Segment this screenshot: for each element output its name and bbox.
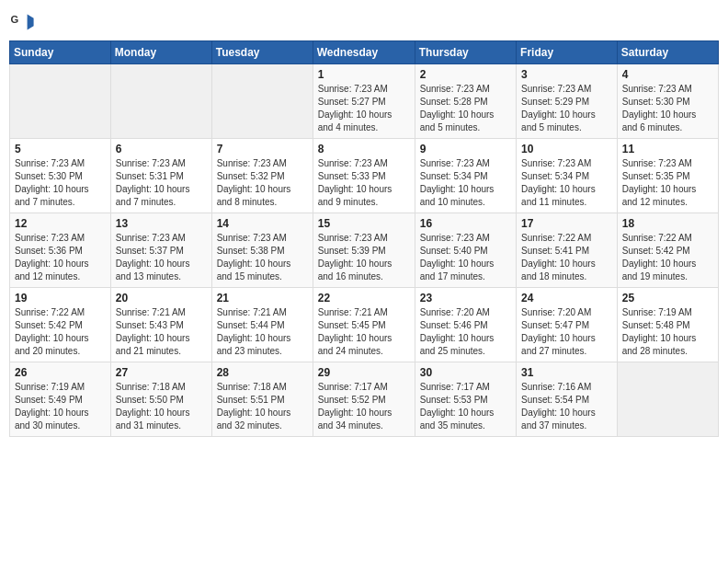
calendar-day-cell: 14Sunrise: 7:23 AM Sunset: 5:38 PM Dayli… bbox=[211, 213, 313, 288]
day-number: 11 bbox=[622, 143, 713, 155]
day-info: Sunrise: 7:18 AM Sunset: 5:51 PM Dayligh… bbox=[217, 381, 308, 432]
calendar-day-cell: 8Sunrise: 7:23 AM Sunset: 5:33 PM Daylig… bbox=[313, 139, 415, 213]
calendar-day-cell: 31Sunrise: 7:16 AM Sunset: 5:54 PM Dayli… bbox=[517, 362, 618, 437]
calendar-day-cell: 18Sunrise: 7:22 AM Sunset: 5:42 PM Dayli… bbox=[617, 213, 718, 288]
day-number: 15 bbox=[318, 217, 410, 230]
day-number: 17 bbox=[521, 217, 612, 230]
day-number: 1 bbox=[318, 68, 410, 81]
day-info: Sunrise: 7:23 AM Sunset: 5:29 PM Dayligh… bbox=[521, 83, 612, 134]
calendar-day-cell: 23Sunrise: 7:20 AM Sunset: 5:46 PM Dayli… bbox=[415, 288, 516, 362]
calendar-week-row: 5Sunrise: 7:23 AM Sunset: 5:30 PM Daylig… bbox=[10, 139, 719, 213]
day-number: 7 bbox=[217, 143, 308, 155]
weekday-header-cell: Tuesday bbox=[211, 41, 313, 64]
day-number: 22 bbox=[318, 292, 410, 304]
day-info: Sunrise: 7:22 AM Sunset: 5:41 PM Dayligh… bbox=[521, 232, 612, 283]
day-info: Sunrise: 7:23 AM Sunset: 5:33 PM Dayligh… bbox=[318, 157, 410, 209]
day-number: 3 bbox=[521, 68, 612, 81]
day-number: 9 bbox=[420, 143, 511, 155]
calendar-day-cell: 26Sunrise: 7:19 AM Sunset: 5:49 PM Dayli… bbox=[10, 362, 111, 437]
day-number: 10 bbox=[521, 143, 612, 155]
day-info: Sunrise: 7:23 AM Sunset: 5:34 PM Dayligh… bbox=[420, 157, 511, 209]
day-number: 20 bbox=[116, 292, 207, 304]
day-number: 31 bbox=[521, 366, 612, 379]
day-info: Sunrise: 7:21 AM Sunset: 5:45 PM Dayligh… bbox=[318, 306, 410, 358]
calendar-day-cell: 29Sunrise: 7:17 AM Sunset: 5:52 PM Dayli… bbox=[313, 362, 415, 437]
calendar-week-row: 1Sunrise: 7:23 AM Sunset: 5:27 PM Daylig… bbox=[10, 64, 719, 139]
day-number: 14 bbox=[217, 217, 308, 230]
calendar-day-cell: 24Sunrise: 7:20 AM Sunset: 5:47 PM Dayli… bbox=[517, 288, 618, 362]
day-number: 27 bbox=[116, 366, 207, 379]
day-info: Sunrise: 7:20 AM Sunset: 5:47 PM Dayligh… bbox=[521, 306, 612, 358]
calendar-day-cell: 20Sunrise: 7:21 AM Sunset: 5:43 PM Dayli… bbox=[110, 288, 211, 362]
calendar-day-cell: 13Sunrise: 7:23 AM Sunset: 5:37 PM Dayli… bbox=[110, 213, 211, 288]
day-number: 25 bbox=[622, 292, 713, 304]
day-info: Sunrise: 7:22 AM Sunset: 5:42 PM Dayligh… bbox=[622, 232, 713, 283]
day-info: Sunrise: 7:19 AM Sunset: 5:49 PM Dayligh… bbox=[15, 381, 106, 432]
calendar-day-cell: 3Sunrise: 7:23 AM Sunset: 5:29 PM Daylig… bbox=[517, 64, 618, 139]
day-info: Sunrise: 7:23 AM Sunset: 5:28 PM Dayligh… bbox=[420, 83, 511, 134]
weekday-header-cell: Monday bbox=[110, 41, 211, 64]
day-info: Sunrise: 7:17 AM Sunset: 5:53 PM Dayligh… bbox=[420, 381, 511, 432]
day-number: 12 bbox=[15, 217, 106, 230]
day-number: 19 bbox=[15, 292, 106, 304]
day-info: Sunrise: 7:23 AM Sunset: 5:38 PM Dayligh… bbox=[217, 232, 308, 283]
calendar-day-cell: 12Sunrise: 7:23 AM Sunset: 5:36 PM Dayli… bbox=[10, 213, 111, 288]
day-number: 13 bbox=[116, 217, 207, 230]
calendar-day-cell: 27Sunrise: 7:18 AM Sunset: 5:50 PM Dayli… bbox=[110, 362, 211, 437]
calendar-day-cell bbox=[617, 362, 718, 437]
logo-icon: G bbox=[9, 9, 35, 35]
calendar-day-cell: 16Sunrise: 7:23 AM Sunset: 5:40 PM Dayli… bbox=[415, 213, 516, 288]
calendar-table: SundayMondayTuesdayWednesdayThursdayFrid… bbox=[9, 40, 719, 437]
calendar-day-cell bbox=[10, 64, 111, 139]
calendar-day-cell: 9Sunrise: 7:23 AM Sunset: 5:34 PM Daylig… bbox=[415, 139, 516, 213]
weekday-header-cell: Sunday bbox=[10, 41, 111, 64]
day-number: 26 bbox=[15, 366, 106, 379]
calendar-day-cell: 22Sunrise: 7:21 AM Sunset: 5:45 PM Dayli… bbox=[313, 288, 415, 362]
day-info: Sunrise: 7:23 AM Sunset: 5:34 PM Dayligh… bbox=[521, 157, 612, 209]
calendar-day-cell bbox=[110, 64, 211, 139]
day-number: 29 bbox=[318, 366, 410, 379]
day-number: 18 bbox=[622, 217, 713, 230]
day-number: 24 bbox=[521, 292, 612, 304]
day-number: 28 bbox=[217, 366, 308, 379]
day-info: Sunrise: 7:19 AM Sunset: 5:48 PM Dayligh… bbox=[622, 306, 713, 358]
calendar-body: 1Sunrise: 7:23 AM Sunset: 5:27 PM Daylig… bbox=[10, 64, 719, 437]
day-info: Sunrise: 7:23 AM Sunset: 5:31 PM Dayligh… bbox=[116, 157, 207, 209]
day-info: Sunrise: 7:23 AM Sunset: 5:37 PM Dayligh… bbox=[116, 232, 207, 283]
calendar-week-row: 26Sunrise: 7:19 AM Sunset: 5:49 PM Dayli… bbox=[10, 362, 719, 437]
weekday-header-row: SundayMondayTuesdayWednesdayThursdayFrid… bbox=[10, 41, 719, 64]
day-info: Sunrise: 7:20 AM Sunset: 5:46 PM Dayligh… bbox=[420, 306, 511, 358]
day-number: 23 bbox=[420, 292, 511, 304]
day-info: Sunrise: 7:23 AM Sunset: 5:35 PM Dayligh… bbox=[622, 157, 713, 209]
day-number: 2 bbox=[420, 68, 511, 81]
calendar-day-cell: 25Sunrise: 7:19 AM Sunset: 5:48 PM Dayli… bbox=[617, 288, 718, 362]
calendar-week-row: 19Sunrise: 7:22 AM Sunset: 5:42 PM Dayli… bbox=[10, 288, 719, 362]
day-info: Sunrise: 7:23 AM Sunset: 5:39 PM Dayligh… bbox=[318, 232, 410, 283]
day-info: Sunrise: 7:18 AM Sunset: 5:50 PM Dayligh… bbox=[116, 381, 207, 432]
calendar-day-cell: 15Sunrise: 7:23 AM Sunset: 5:39 PM Dayli… bbox=[313, 213, 415, 288]
svg-marker-1 bbox=[28, 15, 34, 30]
calendar-day-cell: 1Sunrise: 7:23 AM Sunset: 5:27 PM Daylig… bbox=[313, 64, 415, 139]
calendar-day-cell: 11Sunrise: 7:23 AM Sunset: 5:35 PM Dayli… bbox=[617, 139, 718, 213]
day-info: Sunrise: 7:23 AM Sunset: 5:40 PM Dayligh… bbox=[420, 232, 511, 283]
day-info: Sunrise: 7:23 AM Sunset: 5:27 PM Dayligh… bbox=[318, 83, 410, 134]
day-number: 4 bbox=[622, 68, 713, 81]
calendar-day-cell: 4Sunrise: 7:23 AM Sunset: 5:30 PM Daylig… bbox=[617, 64, 718, 139]
page-header: G bbox=[9, 9, 719, 35]
svg-text:G: G bbox=[10, 14, 18, 25]
calendar-day-cell: 19Sunrise: 7:22 AM Sunset: 5:42 PM Dayli… bbox=[10, 288, 111, 362]
day-info: Sunrise: 7:23 AM Sunset: 5:36 PM Dayligh… bbox=[15, 232, 106, 283]
calendar-week-row: 12Sunrise: 7:23 AM Sunset: 5:36 PM Dayli… bbox=[10, 213, 719, 288]
calendar-day-cell: 28Sunrise: 7:18 AM Sunset: 5:51 PM Dayli… bbox=[211, 362, 313, 437]
weekday-header-cell: Saturday bbox=[617, 41, 718, 64]
calendar-day-cell: 17Sunrise: 7:22 AM Sunset: 5:41 PM Dayli… bbox=[517, 213, 618, 288]
day-info: Sunrise: 7:22 AM Sunset: 5:42 PM Dayligh… bbox=[15, 306, 106, 358]
day-info: Sunrise: 7:16 AM Sunset: 5:54 PM Dayligh… bbox=[521, 381, 612, 432]
calendar-day-cell: 21Sunrise: 7:21 AM Sunset: 5:44 PM Dayli… bbox=[211, 288, 313, 362]
calendar-day-cell: 7Sunrise: 7:23 AM Sunset: 5:32 PM Daylig… bbox=[211, 139, 313, 213]
day-number: 30 bbox=[420, 366, 511, 379]
logo: G bbox=[9, 9, 39, 35]
day-number: 6 bbox=[116, 143, 207, 155]
day-info: Sunrise: 7:23 AM Sunset: 5:30 PM Dayligh… bbox=[15, 157, 106, 209]
day-number: 5 bbox=[15, 143, 106, 155]
